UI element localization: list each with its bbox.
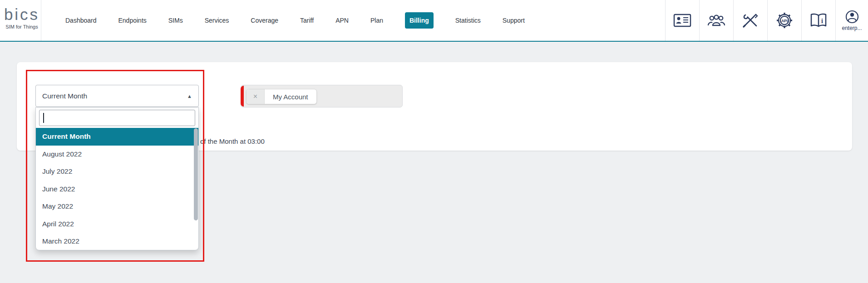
docs-book-icon: i (809, 12, 828, 29)
contact-card-button[interactable] (665, 0, 699, 41)
nav-item-support[interactable]: Support (503, 17, 525, 24)
nav-item-apn[interactable]: APN (335, 17, 349, 24)
month-option-may-2022[interactable]: May 2022 (36, 198, 198, 215)
schedule-note: of the Month at 03:00 (200, 137, 265, 145)
month-option-august-2022[interactable]: August 2022 (36, 146, 198, 163)
user-menu-button[interactable]: enterp... (835, 0, 868, 41)
logo-text: bics (4, 5, 40, 24)
header-icon-bar: API i enterp... (665, 0, 868, 41)
account-chip: × My Account (246, 89, 317, 104)
docs-button[interactable]: i (801, 0, 835, 41)
team-icon (707, 13, 726, 28)
chevron-up-icon: ▲ (187, 93, 192, 99)
chip-remove-button[interactable]: × (247, 89, 265, 104)
month-option-june-2022[interactable]: June 2022 (36, 181, 198, 198)
month-select-value: Current Month (42, 92, 187, 100)
month-dropdown-panel: Current Month August 2022 July 2022 June… (35, 107, 199, 250)
text-caret (43, 113, 44, 123)
svg-text:i: i (821, 18, 823, 24)
nav-item-services[interactable]: Services (205, 17, 229, 24)
user-menu-label: enterp... (842, 25, 862, 31)
month-option-list: Current Month August 2022 July 2022 June… (36, 128, 198, 250)
nav-item-plan[interactable]: Plan (370, 17, 383, 24)
dropdown-scrollbar[interactable] (194, 128, 198, 220)
app-header: bics SIM for Things Dashboard Endpoints … (0, 0, 868, 42)
logo-subtitle: SIM for Things (4, 24, 40, 29)
header-divider (41, 0, 41, 41)
nav-item-coverage[interactable]: Coverage (251, 17, 278, 24)
tools-button[interactable] (733, 0, 767, 41)
month-option-july-2022[interactable]: July 2022 (36, 163, 198, 181)
user-avatar-icon (845, 10, 859, 24)
nav-item-endpoints[interactable]: Endpoints (118, 17, 147, 24)
api-button[interactable]: API (767, 0, 801, 41)
month-option-current-month[interactable]: Current Month (36, 128, 198, 146)
nav-item-statistics[interactable]: Statistics (455, 17, 481, 24)
account-chip-label: My Account (265, 89, 316, 104)
month-option-march-2022[interactable]: March 2022 (36, 233, 198, 250)
team-button[interactable] (699, 0, 733, 41)
month-select[interactable]: Current Month ▲ (35, 85, 199, 107)
billing-page: bics SIM for Things Dashboard Endpoints … (0, 0, 868, 283)
svg-text:API: API (781, 19, 788, 23)
nav-item-dashboard[interactable]: Dashboard (65, 17, 97, 24)
nav-item-sims[interactable]: SIMs (168, 17, 183, 24)
month-option-april-2022[interactable]: April 2022 (36, 215, 198, 233)
nav-item-billing[interactable]: Billing (405, 12, 434, 29)
contact-card-icon (673, 13, 691, 28)
month-search-input[interactable] (39, 110, 195, 126)
main-nav: Dashboard Endpoints SIMs Services Covera… (65, 0, 525, 41)
close-icon: × (253, 93, 257, 101)
api-gear-icon: API (775, 11, 794, 30)
account-multiselect-field[interactable]: × My Account (241, 85, 403, 107)
nav-item-tariff[interactable]: Tariff (300, 17, 314, 24)
tools-icon (742, 12, 759, 29)
bics-logo[interactable]: bics SIM for Things (4, 5, 40, 29)
validation-accent-bar (241, 86, 244, 107)
